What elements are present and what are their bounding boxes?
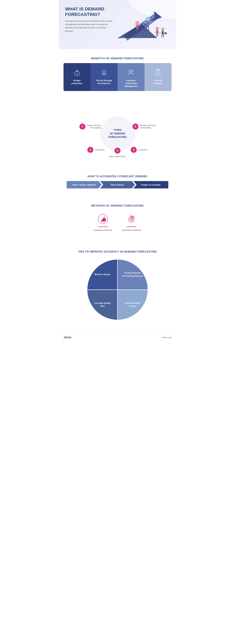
pie-chart: Minimize Delays Testing DifferentForecas… [87,260,148,320]
benefit-card-inventory: StoringInventory [144,63,171,91]
methods-grid: Qualitative Methods Quantitative Methods [64,210,171,234]
methods-section-title: METHODS OF DEMAND FORECASTING [64,198,171,210]
footer-url: jelvix.com [162,336,171,339]
benefit-label-pricing: Pricing StrategyDevelopment [96,79,112,85]
type-number-2: 2 [87,147,93,153]
benefits-grid: $ Budgetpreparation $ Pricing StrategyDe… [64,63,171,91]
pie-label-testing: Testing DifferentForecasting Methods [122,272,143,277]
svg-rect-19 [156,30,158,34]
svg-line-22 [156,34,157,36]
svg-line-29 [162,35,162,37]
money-bag-icon: $ [73,68,81,76]
svg-rect-28 [164,32,167,34]
type-node-4: 4 Long-term [131,147,148,153]
method-qualitative: Qualitative Methods [94,214,112,231]
svg-rect-11 [146,21,149,27]
svg-rect-14 [150,20,154,22]
type-label-3: Macro-Micro level [109,155,126,158]
svg-point-10 [145,17,150,21]
svg-point-18 [156,27,159,30]
svg-line-23 [158,34,158,36]
main-description: Demand Forecasting can be defined as the… [65,20,113,33]
crm-icon [127,68,135,76]
types-section: TYPESOF DEMANDFORECASTING Active DemandF… [59,97,176,166]
main-title: WHAT IS DEMAND FORECASTING? [65,6,113,17]
svg-line-21 [158,32,160,33]
benefit-label-crm: Customer relationshipManagement [121,79,141,88]
types-center-title: TYPESOF DEMANDFORECASTING [108,128,127,139]
svg-rect-5 [136,25,138,30]
howto-step-1: Have a proper objective [67,181,102,188]
svg-rect-25 [162,31,164,35]
pie-label-leverage: Leverage QualityData [94,302,111,308]
header-text: WHAT IS DEMAND FORECASTING? Demand Forec… [65,6,113,33]
svg-point-24 [161,28,164,31]
svg-text:$: $ [104,71,105,73]
type-number-3: 3 [114,148,121,154]
svg-point-37 [131,70,133,72]
svg-point-49 [131,215,132,216]
type-number-4: 4 [131,147,137,153]
benefit-label-budget: Budgetpreparation [71,79,83,85]
benefits-section-title: BENEFITS OF DEMAND FORECASTING [64,51,171,63]
pie-label-periodic: Periodic RealityChecks [125,302,140,308]
thumbs-up-icon [98,214,109,225]
method-quantitative: Quantitative Methods [122,214,141,231]
tips-section: TIPS TO IMPROVE ACCURACY IN DEMAND FOREC… [59,241,176,332]
pie-label-minimize-delays: Minimize Delays [95,273,110,276]
howto-section: HOW TO ACCURATELY FORECAST DEMAND Have a… [59,166,176,195]
type-number-5: 5 [132,124,138,130]
benefits-section: BENEFITS OF DEMAND FORECASTING $ Budgetp… [59,49,176,97]
pie-quadrant-minimize-delays: Minimize Delays [87,260,118,290]
method-divider-qualitative [98,226,108,227]
howto-steps: Have a proper objective Data Analysis Bu… [64,181,171,188]
header-section: WHAT IS DEMAND FORECASTING? Demand Forec… [59,0,176,49]
method-label-qualitative: Qualitative Methods [94,229,112,231]
inventory-icon [154,68,162,76]
types-diagram: TYPESOF DEMANDFORECASTING Active DemandF… [78,108,157,159]
svg-line-26 [160,32,162,33]
type-label-4: Long-term [138,148,148,151]
pie-quadrant-leverage: Leverage QualityData [87,290,118,320]
type-node-5: 5 Passive DemandForecasting [132,124,156,130]
svg-line-20 [155,32,156,33]
pie-divider-vertical [117,260,118,320]
footer-logo: Jelvix [64,336,72,339]
pie-chart-inner: Minimize Delays Testing DifferentForecas… [87,260,148,320]
type-label-2: Short-term [95,148,105,151]
type-node-3: 3 Macro-Micro level [109,148,126,158]
howto-step-3: Budget accordingly [133,181,168,188]
method-divider-quantitative [127,226,136,227]
svg-point-4 [135,21,139,25]
howto-section-title: HOW TO ACCURATELY FORECAST DEMAND [64,169,171,181]
svg-line-6 [134,24,136,26]
types-section-title [64,104,171,108]
methods-section: METHODS OF DEMAND FORECASTING Qualitativ… [59,195,176,241]
tips-section-title: TIPS TO IMPROVE ACCURACY IN DEMAND FOREC… [64,244,171,256]
pie-quadrant-periodic: Periodic RealityChecks [118,290,148,320]
type-node-1: Active DemandForecasting 1 [79,124,101,130]
type-node-2: Short-term 2 [87,147,105,153]
benefit-label-inventory: StoringInventory [153,79,163,85]
benefit-card-crm: Customer relationshipManagement [118,63,144,91]
benefit-card-budget: $ Budgetpreparation [64,63,91,91]
header-illustration [113,6,170,44]
type-label-1: Active DemandForecasting [87,124,101,129]
pie-quadrant-testing: Testing DifferentForecasting Methods [118,260,148,290]
svg-marker-2 [154,11,162,20]
benefit-card-pricing: $ Pricing StrategyDevelopment [91,63,118,91]
svg-line-30 [163,35,163,37]
howto-step-2: Data Analysis [100,181,135,188]
footer: Jelvix jelvix.com [59,332,176,342]
target-icon [126,214,137,225]
types-center: TYPESOF DEMANDFORECASTING [108,128,127,139]
svg-point-46 [131,219,132,220]
method-label-quantitative: Quantitative Methods [122,229,141,231]
pricing-icon: $ [100,68,108,76]
type-label-5: Passive DemandForecasting [140,124,156,129]
svg-point-36 [129,70,131,72]
svg-text:$: $ [77,72,78,75]
type-number-1: 1 [79,124,85,130]
